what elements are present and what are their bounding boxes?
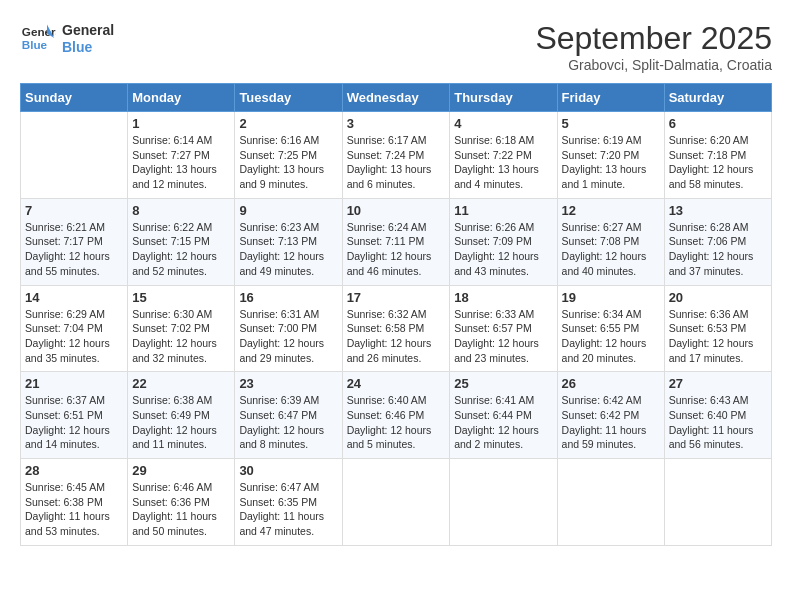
day-info: Sunrise: 6:39 AM Sunset: 6:47 PM Dayligh… xyxy=(239,393,337,452)
day-number: 3 xyxy=(347,116,446,131)
calendar-week-row: 14Sunrise: 6:29 AM Sunset: 7:04 PM Dayli… xyxy=(21,285,772,372)
day-info: Sunrise: 6:46 AM Sunset: 6:36 PM Dayligh… xyxy=(132,480,230,539)
day-info: Sunrise: 6:32 AM Sunset: 6:58 PM Dayligh… xyxy=(347,307,446,366)
day-number: 1 xyxy=(132,116,230,131)
weekday-header: Tuesday xyxy=(235,84,342,112)
day-number: 6 xyxy=(669,116,767,131)
calendar-cell: 15Sunrise: 6:30 AM Sunset: 7:02 PM Dayli… xyxy=(128,285,235,372)
calendar-cell: 17Sunrise: 6:32 AM Sunset: 6:58 PM Dayli… xyxy=(342,285,450,372)
calendar-cell: 11Sunrise: 6:26 AM Sunset: 7:09 PM Dayli… xyxy=(450,198,557,285)
day-number: 23 xyxy=(239,376,337,391)
weekday-header: Thursday xyxy=(450,84,557,112)
location: Grabovci, Split-Dalmatia, Croatia xyxy=(535,57,772,73)
calendar-cell: 23Sunrise: 6:39 AM Sunset: 6:47 PM Dayli… xyxy=(235,372,342,459)
calendar-cell: 20Sunrise: 6:36 AM Sunset: 6:53 PM Dayli… xyxy=(664,285,771,372)
day-number: 14 xyxy=(25,290,123,305)
day-info: Sunrise: 6:19 AM Sunset: 7:20 PM Dayligh… xyxy=(562,133,660,192)
day-info: Sunrise: 6:42 AM Sunset: 6:42 PM Dayligh… xyxy=(562,393,660,452)
day-info: Sunrise: 6:31 AM Sunset: 7:00 PM Dayligh… xyxy=(239,307,337,366)
calendar-cell: 2Sunrise: 6:16 AM Sunset: 7:25 PM Daylig… xyxy=(235,112,342,199)
calendar-cell xyxy=(342,459,450,546)
page-header: General Blue General Blue September 2025… xyxy=(20,20,772,73)
logo-general: General xyxy=(62,22,114,39)
day-number: 30 xyxy=(239,463,337,478)
calendar-week-row: 28Sunrise: 6:45 AM Sunset: 6:38 PM Dayli… xyxy=(21,459,772,546)
day-number: 18 xyxy=(454,290,552,305)
calendar-cell xyxy=(664,459,771,546)
calendar-cell: 8Sunrise: 6:22 AM Sunset: 7:15 PM Daylig… xyxy=(128,198,235,285)
day-info: Sunrise: 6:33 AM Sunset: 6:57 PM Dayligh… xyxy=(454,307,552,366)
calendar-cell xyxy=(450,459,557,546)
day-info: Sunrise: 6:30 AM Sunset: 7:02 PM Dayligh… xyxy=(132,307,230,366)
day-number: 17 xyxy=(347,290,446,305)
day-number: 27 xyxy=(669,376,767,391)
weekday-header: Monday xyxy=(128,84,235,112)
day-number: 13 xyxy=(669,203,767,218)
day-number: 7 xyxy=(25,203,123,218)
day-info: Sunrise: 6:20 AM Sunset: 7:18 PM Dayligh… xyxy=(669,133,767,192)
calendar-cell: 18Sunrise: 6:33 AM Sunset: 6:57 PM Dayli… xyxy=(450,285,557,372)
day-number: 25 xyxy=(454,376,552,391)
day-number: 29 xyxy=(132,463,230,478)
day-info: Sunrise: 6:23 AM Sunset: 7:13 PM Dayligh… xyxy=(239,220,337,279)
calendar-cell: 13Sunrise: 6:28 AM Sunset: 7:06 PM Dayli… xyxy=(664,198,771,285)
day-number: 19 xyxy=(562,290,660,305)
calendar-cell: 29Sunrise: 6:46 AM Sunset: 6:36 PM Dayli… xyxy=(128,459,235,546)
svg-text:Blue: Blue xyxy=(22,38,48,51)
weekday-header: Friday xyxy=(557,84,664,112)
calendar-cell: 28Sunrise: 6:45 AM Sunset: 6:38 PM Dayli… xyxy=(21,459,128,546)
day-number: 2 xyxy=(239,116,337,131)
calendar-cell xyxy=(557,459,664,546)
day-number: 20 xyxy=(669,290,767,305)
calendar-cell: 9Sunrise: 6:23 AM Sunset: 7:13 PM Daylig… xyxy=(235,198,342,285)
day-info: Sunrise: 6:22 AM Sunset: 7:15 PM Dayligh… xyxy=(132,220,230,279)
day-info: Sunrise: 6:36 AM Sunset: 6:53 PM Dayligh… xyxy=(669,307,767,366)
day-info: Sunrise: 6:43 AM Sunset: 6:40 PM Dayligh… xyxy=(669,393,767,452)
day-info: Sunrise: 6:38 AM Sunset: 6:49 PM Dayligh… xyxy=(132,393,230,452)
day-number: 21 xyxy=(25,376,123,391)
calendar-cell: 6Sunrise: 6:20 AM Sunset: 7:18 PM Daylig… xyxy=(664,112,771,199)
calendar-cell: 24Sunrise: 6:40 AM Sunset: 6:46 PM Dayli… xyxy=(342,372,450,459)
day-number: 16 xyxy=(239,290,337,305)
calendar-cell: 25Sunrise: 6:41 AM Sunset: 6:44 PM Dayli… xyxy=(450,372,557,459)
calendar-cell: 21Sunrise: 6:37 AM Sunset: 6:51 PM Dayli… xyxy=(21,372,128,459)
day-number: 26 xyxy=(562,376,660,391)
month-title: September 2025 xyxy=(535,20,772,57)
calendar-cell: 30Sunrise: 6:47 AM Sunset: 6:35 PM Dayli… xyxy=(235,459,342,546)
day-info: Sunrise: 6:26 AM Sunset: 7:09 PM Dayligh… xyxy=(454,220,552,279)
day-number: 11 xyxy=(454,203,552,218)
day-number: 5 xyxy=(562,116,660,131)
day-info: Sunrise: 6:21 AM Sunset: 7:17 PM Dayligh… xyxy=(25,220,123,279)
calendar-cell: 26Sunrise: 6:42 AM Sunset: 6:42 PM Dayli… xyxy=(557,372,664,459)
calendar-cell: 3Sunrise: 6:17 AM Sunset: 7:24 PM Daylig… xyxy=(342,112,450,199)
calendar-cell: 19Sunrise: 6:34 AM Sunset: 6:55 PM Dayli… xyxy=(557,285,664,372)
day-info: Sunrise: 6:37 AM Sunset: 6:51 PM Dayligh… xyxy=(25,393,123,452)
day-number: 22 xyxy=(132,376,230,391)
calendar-cell: 27Sunrise: 6:43 AM Sunset: 6:40 PM Dayli… xyxy=(664,372,771,459)
day-info: Sunrise: 6:27 AM Sunset: 7:08 PM Dayligh… xyxy=(562,220,660,279)
weekday-header: Saturday xyxy=(664,84,771,112)
day-info: Sunrise: 6:18 AM Sunset: 7:22 PM Dayligh… xyxy=(454,133,552,192)
title-block: September 2025 Grabovci, Split-Dalmatia,… xyxy=(535,20,772,73)
day-info: Sunrise: 6:28 AM Sunset: 7:06 PM Dayligh… xyxy=(669,220,767,279)
day-info: Sunrise: 6:41 AM Sunset: 6:44 PM Dayligh… xyxy=(454,393,552,452)
logo-icon: General Blue xyxy=(20,20,56,56)
calendar-cell: 1Sunrise: 6:14 AM Sunset: 7:27 PM Daylig… xyxy=(128,112,235,199)
calendar-cell: 4Sunrise: 6:18 AM Sunset: 7:22 PM Daylig… xyxy=(450,112,557,199)
day-info: Sunrise: 6:40 AM Sunset: 6:46 PM Dayligh… xyxy=(347,393,446,452)
day-number: 24 xyxy=(347,376,446,391)
calendar-week-row: 7Sunrise: 6:21 AM Sunset: 7:17 PM Daylig… xyxy=(21,198,772,285)
calendar-cell: 5Sunrise: 6:19 AM Sunset: 7:20 PM Daylig… xyxy=(557,112,664,199)
calendar-cell xyxy=(21,112,128,199)
day-info: Sunrise: 6:17 AM Sunset: 7:24 PM Dayligh… xyxy=(347,133,446,192)
day-info: Sunrise: 6:16 AM Sunset: 7:25 PM Dayligh… xyxy=(239,133,337,192)
calendar-table: SundayMondayTuesdayWednesdayThursdayFrid… xyxy=(20,83,772,546)
weekday-header: Wednesday xyxy=(342,84,450,112)
day-number: 28 xyxy=(25,463,123,478)
day-info: Sunrise: 6:45 AM Sunset: 6:38 PM Dayligh… xyxy=(25,480,123,539)
calendar-week-row: 21Sunrise: 6:37 AM Sunset: 6:51 PM Dayli… xyxy=(21,372,772,459)
day-number: 15 xyxy=(132,290,230,305)
calendar-cell: 12Sunrise: 6:27 AM Sunset: 7:08 PM Dayli… xyxy=(557,198,664,285)
day-info: Sunrise: 6:29 AM Sunset: 7:04 PM Dayligh… xyxy=(25,307,123,366)
weekday-header-row: SundayMondayTuesdayWednesdayThursdayFrid… xyxy=(21,84,772,112)
